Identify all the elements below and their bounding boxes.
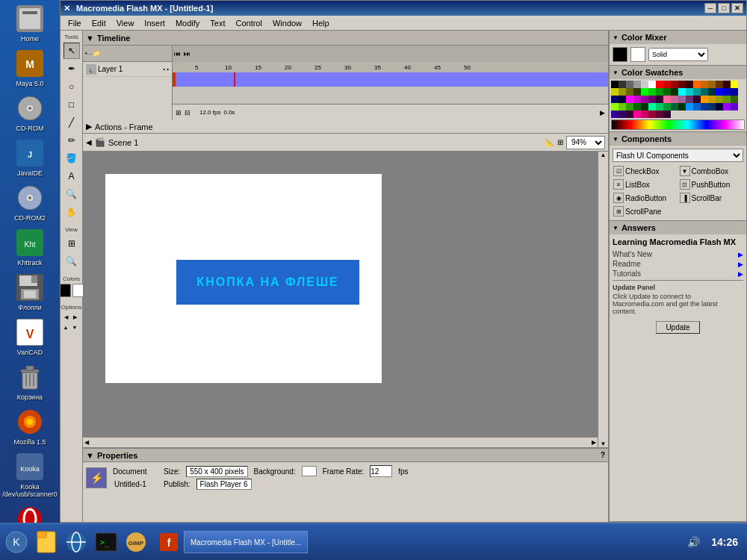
grid-btn[interactable]: ⊞ <box>557 138 563 146</box>
color-swatch[interactable] <box>656 103 663 111</box>
desktop-icon-trash[interactable]: Корзина <box>4 362 56 401</box>
color-swatch[interactable] <box>671 88 678 96</box>
horizontal-scrollbar[interactable]: ◀ ▶ <box>83 437 598 447</box>
bg-color[interactable] <box>302 466 317 476</box>
add-layer-btn[interactable]: + <box>84 50 88 57</box>
tool-text[interactable]: A <box>63 168 80 184</box>
color-swatch[interactable] <box>671 96 678 103</box>
color-swatch[interactable] <box>708 88 716 96</box>
color-swatch[interactable] <box>619 96 626 103</box>
option-btn4[interactable]: ▼ <box>71 323 79 332</box>
size-value[interactable]: 550 x 400 pixels <box>186 466 247 477</box>
taskbar-icon-terminal[interactable]: >_ <box>93 529 120 556</box>
color-swatch[interactable] <box>731 96 738 103</box>
color-swatch[interactable] <box>626 111 633 118</box>
tool-pencil[interactable]: ✏ <box>63 132 80 149</box>
tool-pen[interactable]: ✒ <box>63 60 80 77</box>
vertical-scrollbar[interactable]: ▲ ▼ <box>598 152 608 447</box>
playback-btn[interactable]: ▶ <box>600 109 605 116</box>
menu-window[interactable]: Window <box>268 17 306 29</box>
color-swatch[interactable] <box>656 96 663 103</box>
component-combobox[interactable]: ▼ ComboBox <box>679 165 744 177</box>
color-swatch[interactable] <box>633 111 641 118</box>
color-swatch[interactable] <box>656 88 663 96</box>
answers-link-whatsnew[interactable]: What's New ▶ <box>613 249 743 259</box>
taskbar-app-flash[interactable]: Macromedia Flash MX - [Untitle... <box>184 531 308 553</box>
color-swatch[interactable] <box>678 88 686 96</box>
color-swatch[interactable] <box>686 88 693 96</box>
desktop-icon-mozilla[interactable]: Mozilla 1.5 <box>4 407 56 446</box>
tool-view2[interactable]: 🔍 <box>63 253 80 270</box>
color-swatch[interactable] <box>633 81 641 88</box>
component-checkbox[interactable]: ☑ CheckBox <box>613 165 678 177</box>
color-swatch[interactable] <box>716 103 723 111</box>
color-swatches-header[interactable]: ▼ Color Swatches <box>610 66 746 79</box>
answers-header[interactable]: ▼ Answers <box>610 221 746 234</box>
desktop-icon-varicad[interactable]: V VariCAD <box>4 317 56 356</box>
color-swatch[interactable] <box>716 88 723 96</box>
color-swatch[interactable] <box>656 81 663 88</box>
cm-type[interactable]: Solid <box>648 48 708 61</box>
color-swatch[interactable] <box>648 103 656 111</box>
cm-fill[interactable] <box>630 47 645 62</box>
component-pushbutton[interactable]: ⊡ PushButton <box>679 178 744 190</box>
component-listbox[interactable]: ≡ ListBox <box>613 178 678 190</box>
tool-view1[interactable]: ⊞ <box>63 235 80 252</box>
properties-help[interactable]: ? <box>601 451 605 459</box>
desktop-icon-cdrom[interactable]: CD-ROM <box>4 93 56 132</box>
color-swatch[interactable] <box>731 88 738 96</box>
layer-folder-btn[interactable]: 📁 <box>93 50 100 57</box>
color-mixer-header[interactable]: ▼ Color Mixer <box>610 31 746 44</box>
color-swatch[interactable] <box>693 103 701 111</box>
component-scrollpane[interactable]: ⊞ ScrollPane <box>613 205 678 217</box>
color-swatch[interactable] <box>648 81 656 88</box>
menu-insert[interactable]: Insert <box>140 17 170 29</box>
option-btn2[interactable]: ▶ <box>71 313 79 321</box>
color-swatch[interactable] <box>678 81 686 88</box>
taskbar-icon-gimp[interactable]: GIMP <box>123 529 149 556</box>
color-swatch[interactable] <box>611 81 619 88</box>
tool-line[interactable]: ╱ <box>63 114 80 131</box>
color-swatch[interactable] <box>641 81 648 88</box>
color-swatch[interactable] <box>619 88 626 96</box>
color-swatch[interactable] <box>686 103 693 111</box>
color-swatch[interactable] <box>671 103 678 111</box>
color-swatch[interactable] <box>626 88 633 96</box>
color-swatch[interactable] <box>731 81 738 88</box>
desktop-icon-khttrack[interactable]: Kht Khttrack <box>4 228 56 267</box>
frame-icon1[interactable]: ⏮ <box>174 50 181 57</box>
tool-oval[interactable]: ○ <box>63 78 80 95</box>
desktop-icon-cdrom2[interactable]: CD-ROM2 <box>4 183 56 222</box>
color-swatch[interactable] <box>663 96 671 103</box>
tool-arrow[interactable]: ↖ <box>63 43 80 59</box>
menu-text[interactable]: Text <box>205 17 229 29</box>
tool-hand[interactable]: ✋ <box>63 204 80 220</box>
color-swatch[interactable] <box>701 103 708 111</box>
color-swatch[interactable] <box>619 81 626 88</box>
frame-icon2[interactable]: ⏭ <box>184 50 190 57</box>
menu-control[interactable]: Control <box>231 17 266 29</box>
update-button[interactable]: Update <box>656 321 699 334</box>
maximize-button[interactable]: □ <box>718 3 730 13</box>
desktop-icon-maya[interactable]: M Maya 5.0 <box>4 49 56 87</box>
answers-link-tutorials[interactable]: Tutorials ▶ <box>613 269 743 279</box>
color-swatch[interactable] <box>641 111 648 118</box>
color-swatch[interactable] <box>633 88 641 96</box>
color-swatch[interactable] <box>701 81 708 88</box>
color-swatch[interactable] <box>619 103 626 111</box>
color-swatch[interactable] <box>708 81 716 88</box>
desktop-icon-floppy[interactable]: Флоппи <box>4 273 56 311</box>
color-swatch[interactable] <box>611 103 619 111</box>
color-swatch[interactable] <box>678 103 686 111</box>
menu-edit[interactable]: Edit <box>87 17 111 29</box>
minimize-button[interactable]: ─ <box>704 3 716 13</box>
stage-button[interactable]: КНОПКА НА ФЛЕШЕ <box>176 260 359 305</box>
tool-paint[interactable]: 🪣 <box>63 150 80 167</box>
gradient-bar[interactable] <box>611 119 745 130</box>
color-swatch[interactable] <box>611 111 619 118</box>
component-scrollbar[interactable]: ▐ ScrollBar <box>679 192 744 204</box>
delete-layer-btn[interactable]: - <box>90 50 92 57</box>
color-swatch[interactable] <box>626 103 633 111</box>
color-swatch[interactable] <box>716 81 723 88</box>
desktop-icon-opera[interactable]: Opera 7.5 <box>4 504 56 523</box>
